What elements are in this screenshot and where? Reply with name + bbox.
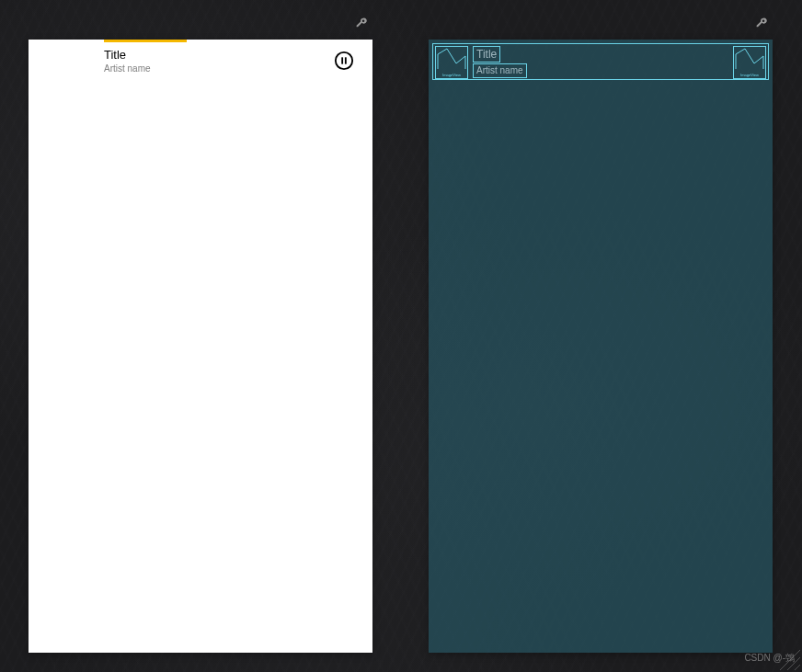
imageview-label: ImageView [734,73,765,77]
preview-panel: Title Artist name [29,40,372,653]
blueprint-artist[interactable]: Artist name [473,63,527,78]
blueprint-imageview-action[interactable]: ImageView [733,46,766,79]
track-title: Title [104,48,126,62]
pause-icon [334,51,354,71]
svg-line-5 [795,665,800,670]
svg-rect-1 [341,57,343,63]
svg-point-0 [336,52,352,69]
blueprint-panel: ImageView Title Artist name ImageView [429,40,773,653]
wrench-icon[interactable] [354,16,367,28]
blueprint-title[interactable]: Title [473,46,500,63]
blueprint-imageview-album[interactable]: ImageView [435,46,468,79]
pause-button[interactable] [334,51,354,71]
blueprint-row[interactable]: ImageView Title Artist name ImageView [432,43,769,80]
image-placeholder-icon [734,47,765,71]
imageview-label: ImageView [436,73,467,77]
wrench-icon[interactable] [754,16,767,28]
svg-rect-2 [345,57,347,63]
track-artist: Artist name [104,63,151,74]
watermark-text: CSDN @-鵼 [744,652,795,665]
image-placeholder-icon [436,47,467,71]
progress-bar[interactable] [104,40,187,42]
